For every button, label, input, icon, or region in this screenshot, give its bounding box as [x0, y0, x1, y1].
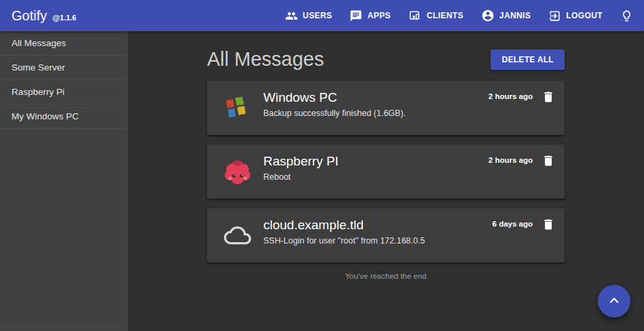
nav-user-label: JANNIS	[499, 11, 531, 20]
sidebar-bottom-divider	[0, 328, 127, 328]
nav-current-user[interactable]: JANNIS	[481, 9, 531, 22]
app-version: @1.1.6	[52, 14, 76, 22]
scroll-to-top-fab[interactable]	[598, 285, 630, 317]
app-title: Gotify	[12, 8, 47, 24]
message-timestamp: 2 hours ago	[489, 154, 533, 166]
delete-message-button[interactable]	[542, 154, 555, 170]
nav-logout-label: LOGOUT	[566, 11, 603, 20]
lightbulb-icon	[620, 9, 633, 22]
sidebar-item-some-server[interactable]: Some Server	[0, 56, 127, 80]
message-body: Backup successfully finished (1.6GB).	[263, 108, 489, 119]
main-content: All Messages DELETE ALL Windows PC Backu…	[128, 31, 644, 331]
devices-icon	[409, 9, 422, 22]
sidebar-item-all-messages[interactable]: All Messages	[0, 31, 127, 56]
trash-icon	[542, 96, 555, 106]
nav-users[interactable]: USERS	[285, 9, 332, 22]
message-title: cloud.example.tld	[263, 217, 493, 233]
windows-logo-icon	[222, 81, 253, 135]
message-meta: 2 hours ago	[489, 81, 565, 135]
sidebar-item-label: Raspberry Pi	[12, 87, 64, 97]
message-title: Raspberry PI	[263, 153, 489, 170]
raspberry-icon	[222, 144, 253, 199]
sidebar-item-raspberry-pi[interactable]: Raspberry Pi	[0, 80, 127, 104]
nav-apps[interactable]: APPS	[349, 9, 390, 22]
account-circle-icon	[481, 9, 495, 22]
app-bar: Gotify @1.1.6 USERS APPS CLIENTS	[0, 0, 644, 31]
sidebar: All Messages Some Server Raspberry Pi My…	[0, 31, 128, 331]
message-text: Raspberry PI Reboot	[253, 144, 489, 199]
message-text: Windows PC Backup successfully finished …	[253, 81, 489, 135]
nav-users-label: USERS	[303, 11, 332, 20]
page-title: All Messages	[207, 48, 324, 71]
page-header: All Messages DELETE ALL	[207, 49, 565, 70]
logout-icon	[548, 9, 561, 22]
trash-icon	[542, 223, 555, 233]
nav-apps-label: APPS	[367, 11, 390, 20]
message-body: SSH-Login for user "root" from 172.168.0…	[263, 235, 493, 247]
message-timestamp: 6 days ago	[493, 218, 533, 230]
delete-all-button[interactable]: DELETE ALL	[491, 50, 565, 70]
message-meta: 2 hours ago	[489, 144, 565, 199]
top-nav: USERS APPS CLIENTS JANNIS	[285, 9, 633, 22]
message-card-raspberry-pi: Raspberry PI Reboot 2 hours ago	[207, 144, 565, 199]
nav-logout[interactable]: LOGOUT	[548, 9, 603, 22]
sidebar-item-label: All Messages	[12, 38, 66, 48]
chevron-up-icon	[605, 292, 623, 311]
message-timestamp: 2 hours ago	[489, 90, 533, 102]
theme-toggle-button[interactable]	[620, 9, 633, 22]
end-of-list-text: You've reached the end	[207, 272, 565, 280]
delete-message-button[interactable]	[542, 218, 555, 233]
message-body: Reboot	[263, 172, 489, 183]
message-text: cloud.example.tld SSH-Login for user "ro…	[253, 208, 493, 262]
sidebar-item-label: Some Server	[12, 62, 65, 73]
sidebar-item-label: My Windows PC	[12, 111, 79, 121]
brand: Gotify @1.1.6	[12, 8, 76, 24]
message-title: Windows PC	[263, 90, 489, 106]
message-meta: 6 days ago	[493, 208, 565, 262]
trash-icon	[542, 159, 555, 170]
cloud-icon	[222, 208, 253, 262]
chat-icon	[349, 9, 362, 22]
delete-message-button[interactable]	[542, 90, 555, 106]
message-card-windows-pc: Windows PC Backup successfully finished …	[207, 81, 565, 135]
nav-clients[interactable]: CLIENTS	[409, 9, 463, 22]
nav-clients-label: CLIENTS	[427, 11, 463, 20]
sidebar-item-my-windows-pc[interactable]: My Windows PC	[0, 104, 127, 129]
message-card-cloud: cloud.example.tld SSH-Login for user "ro…	[207, 208, 565, 262]
users-icon	[285, 9, 298, 22]
